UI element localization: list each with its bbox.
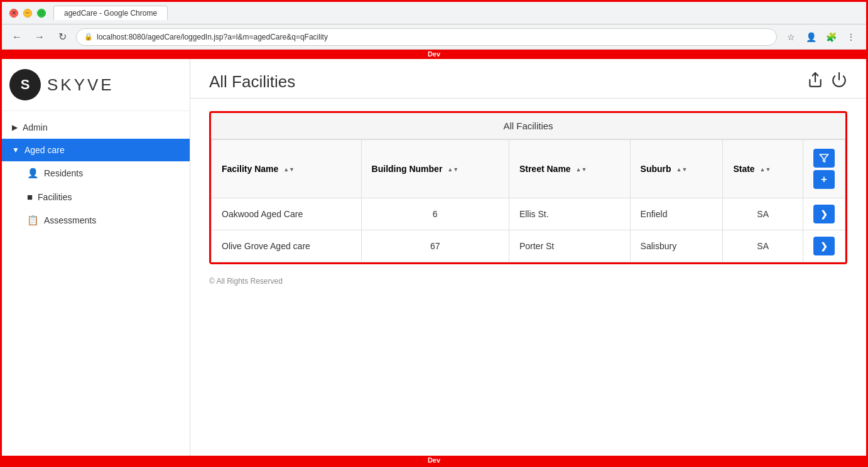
sidebar-item-residents[interactable]: 👤 Residents — [2, 161, 190, 185]
logo-icon: S — [9, 69, 41, 100]
browser-titlebar: ✕ − □ agedCare - Google Chrome — [2, 2, 866, 24]
th-state-label: State — [733, 164, 754, 174]
add-button[interactable]: + — [813, 170, 835, 189]
bookmark-star-icon[interactable]: ☆ — [782, 28, 800, 46]
row2-nav: ❯ — [803, 230, 845, 262]
row2-nav-button[interactable]: ❯ — [813, 237, 835, 255]
residents-icon: 👤 — [27, 168, 39, 179]
profile-icon[interactable]: 👤 — [802, 28, 820, 46]
active-tab[interactable]: agedCare - Google Chrome — [53, 6, 168, 20]
export-button[interactable] — [807, 72, 823, 92]
table-row: Olive Grove Aged care 67 Porter St Salis… — [212, 230, 845, 262]
th-facility-name-label: Facility Name — [222, 164, 278, 174]
sidebar-item-facilities-label: Facilities — [38, 192, 72, 202]
facilities-table: Facility Name ▲▼ Building Number ▲▼ Stre… — [211, 139, 845, 262]
row2-state: SA — [723, 230, 803, 262]
row2-building-number: 67 — [361, 230, 509, 262]
table-title: All Facilities — [211, 113, 845, 139]
row1-building-number: 6 — [361, 198, 509, 230]
street-name-sort-icon[interactable]: ▲▼ — [576, 167, 587, 173]
browser-toolbar: ← → ↻ 🔒 localhost:8080/agedCare/loggedIn… — [2, 24, 866, 50]
filter-button[interactable] — [813, 149, 835, 168]
extensions-icon[interactable]: 🧩 — [822, 28, 840, 46]
row1-nav: ❯ — [803, 198, 845, 230]
sidebar-item-admin[interactable]: ▶ Admin — [2, 116, 190, 139]
row2-chevron-right-icon: ❯ — [820, 241, 828, 251]
suburb-sort-icon[interactable]: ▲▼ — [676, 167, 688, 173]
th-action-buttons: + — [813, 149, 835, 189]
aged-care-arrow-icon: ▼ — [12, 146, 19, 154]
sidebar-menu: ▶ Admin ▼ Aged care 👤 Residents ■ Facili… — [2, 116, 190, 232]
state-sort-icon[interactable]: ▲▼ — [760, 167, 771, 173]
header-actions — [807, 72, 847, 92]
row1-chevron-right-icon: ❯ — [820, 209, 828, 219]
row1-suburb: Enfield — [630, 198, 723, 230]
th-facility-name: Facility Name ▲▼ — [212, 140, 362, 198]
back-button[interactable]: ← — [8, 28, 26, 46]
main-content: All Facilities All Facilities — [190, 59, 866, 456]
sidebar-item-facilities[interactable]: ■ Facilities — [2, 185, 190, 208]
th-building-number: Building Number ▲▼ — [361, 140, 509, 198]
toolbar-right: ☆ 👤 🧩 ⋮ — [782, 28, 860, 46]
table-header-row: Facility Name ▲▼ Building Number ▲▼ Stre… — [212, 140, 845, 198]
tab-title: agedCare - Google Chrome — [64, 9, 157, 18]
row1-nav-button[interactable]: ❯ — [813, 205, 835, 223]
minimize-button[interactable]: − — [23, 9, 32, 18]
forward-button[interactable]: → — [31, 28, 48, 46]
facility-name-sort-icon[interactable]: ▲▼ — [283, 167, 295, 173]
browser-frame: ✕ − □ agedCare - Google Chrome ← → ↻ 🔒 l… — [0, 0, 868, 467]
th-suburb-label: Suburb — [641, 164, 671, 174]
dev-banner-top: Dev — [2, 50, 866, 59]
address-bar[interactable]: 🔒 localhost:8080/agedCare/loggedIn.jsp?a… — [76, 28, 777, 46]
building-number-sort-icon[interactable]: ▲▼ — [447, 167, 458, 173]
th-suburb: Suburb ▲▼ — [630, 140, 723, 198]
menu-icon[interactable]: ⋮ — [842, 28, 860, 46]
main-body: All Facilities Facility Name ▲▼ Building… — [190, 99, 866, 456]
sidebar: S SKYVE ▶ Admin ▼ Aged care 👤 Res — [2, 59, 190, 456]
admin-arrow-icon: ▶ — [12, 123, 18, 132]
footer-text: © All Rights Reserved — [209, 277, 847, 286]
tab-area: agedCare - Google Chrome — [53, 6, 859, 20]
app-layout: S SKYVE ▶ Admin ▼ Aged care 👤 Res — [2, 59, 866, 456]
th-state: State ▲▼ — [723, 140, 803, 198]
th-street-name: Street Name ▲▼ — [509, 140, 630, 198]
url-text: localhost:8080/agedCare/loggedIn.jsp?a=l… — [97, 33, 328, 41]
row1-facility-name: Oakwood Aged Care — [212, 198, 362, 230]
sidebar-item-admin-label: Admin — [23, 122, 48, 132]
sidebar-item-aged-care-label: Aged care — [24, 145, 65, 155]
row2-facility-name: Olive Grove Aged care — [212, 230, 362, 262]
logo-text: SKYVE — [47, 75, 114, 95]
row1-street-name: Ellis St. — [509, 198, 630, 230]
logo-area: S SKYVE — [2, 59, 190, 111]
assessments-icon: 📋 — [27, 215, 39, 226]
lock-icon: 🔒 — [84, 33, 93, 41]
th-building-number-label: Building Number — [372, 164, 443, 174]
window-controls: ✕ − □ — [9, 9, 46, 18]
reload-button[interactable]: ↻ — [53, 28, 71, 46]
th-street-name-label: Street Name — [519, 164, 571, 174]
power-button[interactable] — [831, 72, 847, 92]
table-body: Oakwood Aged Care 6 Ellis St. Enfield SA… — [212, 198, 845, 262]
th-actions: + — [803, 140, 845, 198]
sidebar-item-residents-label: Residents — [44, 168, 83, 178]
table-container: All Facilities Facility Name ▲▼ Building… — [209, 111, 847, 264]
table-row: Oakwood Aged Care 6 Ellis St. Enfield SA… — [212, 198, 845, 230]
page-title: All Facilities — [209, 72, 295, 92]
row2-street-name: Porter St — [509, 230, 630, 262]
sidebar-item-aged-care[interactable]: ▼ Aged care — [2, 139, 190, 161]
main-header: All Facilities — [190, 59, 866, 99]
close-button[interactable]: ✕ — [9, 9, 18, 18]
dev-banner-bottom: Dev — [2, 456, 866, 465]
maximize-button[interactable]: □ — [37, 9, 46, 18]
row2-suburb: Salisbury — [630, 230, 723, 262]
row1-state: SA — [723, 198, 803, 230]
sidebar-item-assessments-label: Assessments — [44, 215, 96, 225]
sidebar-item-assessments[interactable]: 📋 Assessments — [2, 208, 190, 232]
facilities-icon: ■ — [27, 191, 33, 202]
add-icon: + — [821, 174, 827, 185]
svg-marker-2 — [820, 154, 828, 162]
